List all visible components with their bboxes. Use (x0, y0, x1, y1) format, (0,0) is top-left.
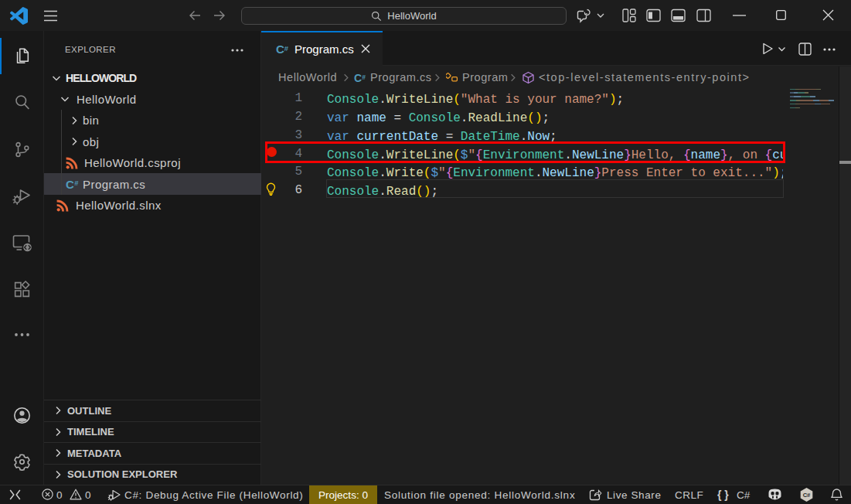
svg-text:C#: C# (803, 492, 811, 499)
